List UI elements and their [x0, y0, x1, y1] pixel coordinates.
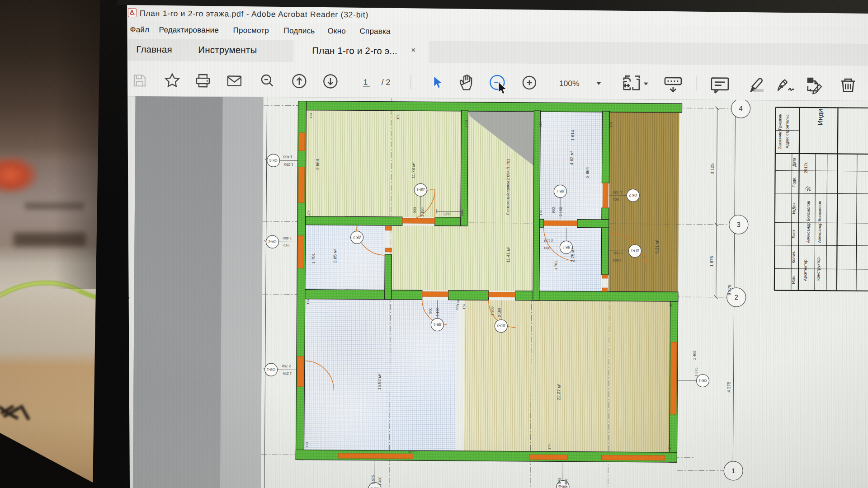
- svg-text:ОВ-1: ОВ-1: [267, 367, 275, 371]
- svg-text:174: 174: [461, 211, 464, 217]
- svg-text:1 614: 1 614: [570, 130, 575, 141]
- svg-text:Конструктор.: Конструктор.: [816, 256, 821, 281]
- svg-text:1 701: 1 701: [554, 261, 558, 270]
- svg-text:174: 174: [396, 114, 399, 120]
- svg-text:174: 174: [669, 301, 672, 307]
- svg-text:1: 1: [731, 467, 735, 474]
- svg-text:2017г.: 2017г.: [804, 162, 808, 174]
- svg-text:174: 174: [609, 122, 613, 127]
- svg-text:900: 900: [544, 246, 550, 250]
- svg-text:5 364: 5 364: [408, 450, 418, 454]
- svg-text:1 200: 1 200: [490, 306, 494, 316]
- svg-text:ДВ-1: ДВ-1: [416, 188, 425, 192]
- svg-text:ОК-3: ОК-3: [269, 158, 278, 162]
- svg-text:900: 900: [428, 307, 432, 314]
- svg-text:1 000: 1 000: [613, 258, 622, 262]
- svg-text:1 701: 1 701: [311, 253, 316, 264]
- svg-text:2 150: 2 150: [497, 308, 501, 317]
- svg-text:1 400: 1 400: [693, 351, 697, 360]
- svg-text:1 400: 1 400: [283, 155, 292, 159]
- svg-text:2 150: 2 150: [420, 207, 425, 217]
- svg-text:ОК-1: ОК-1: [370, 487, 379, 488]
- svg-text:2 150: 2 150: [435, 307, 439, 317]
- svg-text:2 150: 2 150: [614, 251, 623, 255]
- svg-text:Заказчик: Гришкин: Заказчик: Гришкин: [778, 114, 783, 149]
- svg-text:ОК-1: ОК-1: [698, 378, 707, 382]
- svg-text:625: 625: [443, 212, 450, 216]
- svg-text:ДВ-1: ДВ-1: [433, 323, 441, 327]
- svg-text:3 125: 3 125: [710, 164, 715, 174]
- svg-text:Лист: Лист: [792, 230, 796, 239]
- svg-text:2 864: 2 864: [315, 159, 320, 170]
- svg-text:1 875: 1 875: [694, 367, 698, 377]
- svg-text:900: 900: [552, 207, 556, 213]
- svg-text:174: 174: [547, 444, 551, 450]
- svg-text:Адрес строительс: Адрес строительс: [785, 114, 790, 149]
- svg-text:4 375: 4 375: [726, 382, 731, 393]
- svg-text:625: 625: [283, 244, 289, 248]
- svg-text:174: 174: [539, 122, 542, 127]
- svg-text:174: 174: [668, 444, 671, 450]
- svg-text:ОК-2: ОК-2: [268, 239, 277, 244]
- svg-text:Архитектор.: Архитектор.: [803, 258, 807, 281]
- svg-text:1 400: 1 400: [283, 236, 292, 240]
- svg-text:11.41 м²: 11.41 м²: [505, 247, 510, 263]
- svg-text:2 150: 2 150: [559, 207, 563, 216]
- svg-text:Подп.: Подп.: [792, 177, 796, 188]
- svg-text:2 864: 2 864: [585, 167, 590, 178]
- svg-text:Лестничный проем 2 864 /1 701: Лестничный проем 2 864 /1 701: [505, 159, 510, 215]
- svg-text:2: 2: [735, 293, 738, 301]
- svg-text:4 174: 4 174: [465, 120, 468, 128]
- svg-text:174: 174: [307, 299, 310, 305]
- svg-text:1 250: 1 250: [283, 371, 292, 375]
- svg-text:№Док.: №Док.: [792, 202, 796, 214]
- svg-text:4: 4: [739, 104, 742, 112]
- svg-text:174: 174: [462, 304, 466, 310]
- svg-text:9.21 м²: 9.21 м²: [654, 239, 659, 253]
- svg-text:1 675: 1 675: [371, 475, 375, 484]
- svg-text:3.65 м²: 3.65 м²: [332, 249, 337, 263]
- svg-text:900: 900: [413, 207, 417, 213]
- svg-text:ДВ-2: ДВ-2: [353, 235, 361, 239]
- svg-text:ДВ-1: ДВ-1: [556, 189, 564, 193]
- svg-text:1 875: 1 875: [557, 478, 561, 487]
- svg-text:Колич.: Колич.: [791, 251, 796, 263]
- svg-text:1 875: 1 875: [709, 256, 714, 267]
- svg-text:100%: 100%: [559, 79, 580, 88]
- svg-text:ДВ-1: ДВ-1: [562, 245, 570, 249]
- svg-text:3: 3: [737, 221, 741, 228]
- svg-text:9 375: 9 375: [727, 285, 732, 296]
- svg-text:ДВ-3: ДВ-3: [497, 324, 505, 328]
- svg-text:1 250: 1 250: [284, 162, 293, 166]
- svg-text:Инди: Инди: [816, 109, 824, 125]
- svg-text:1 400: 1 400: [613, 190, 623, 194]
- svg-text:4.62 м²: 4.62 м²: [569, 151, 574, 165]
- svg-text:2 150: 2 150: [544, 239, 553, 243]
- svg-text:1 400: 1 400: [378, 476, 382, 486]
- svg-text:174: 174: [306, 442, 309, 447]
- svg-text:625: 625: [613, 197, 619, 202]
- svg-text:174: 174: [539, 210, 542, 216]
- svg-text:22.07 м²: 22.07 м²: [556, 384, 561, 400]
- svg-text:11.78 м²: 11.78 м²: [410, 162, 415, 178]
- svg-text:/ 2: / 2: [382, 78, 391, 87]
- svg-text:ДН-1: ДН-1: [631, 249, 639, 253]
- svg-text:1 400: 1 400: [564, 479, 568, 488]
- svg-text:ОК-2: ОК-2: [629, 193, 637, 197]
- svg-text:1: 1: [363, 77, 368, 86]
- svg-text:174: 174: [457, 300, 460, 305]
- svg-text:Александр Богомолов: Александр Богомолов: [806, 201, 811, 243]
- svg-text:Дата: Дата: [792, 158, 797, 167]
- svg-text:16.92 м²: 16.92 м²: [377, 374, 382, 390]
- svg-text:Изм.: Изм.: [791, 275, 796, 284]
- svg-text:2 750: 2 750: [282, 364, 291, 368]
- svg-text:Александр Богомолов: Александр Богомолов: [817, 201, 822, 243]
- svg-text:174: 174: [309, 113, 312, 118]
- svg-text:174: 174: [307, 211, 310, 216]
- svg-text:2,75 м²: 2,75 м²: [570, 248, 575, 262]
